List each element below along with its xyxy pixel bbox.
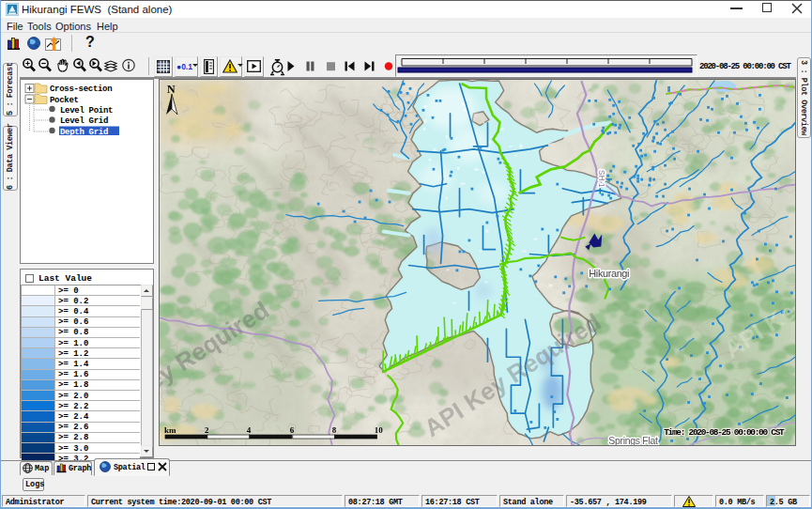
svg-text:Level Grid: Level Grid [60,116,108,126]
svg-text:Level Point: Level Point [60,106,113,116]
svg-text:km: km [164,425,176,435]
svg-text:6: 6 [290,425,295,435]
svg-text:N: N [167,83,176,96]
svg-text:Hikurangi: Hikurangi [589,268,629,279]
svg-text:Pocket: Pocket [50,96,79,105]
svg-text:Depth Grid: Depth Grid [60,128,108,137]
svg-text:SH 1: SH 1 [597,170,606,188]
svg-text:8: 8 [332,425,337,435]
svg-text:Time: 2020-08-25 00:00:00 CST: Time: 2020-08-25 00:00:00 CST [664,427,785,438]
svg-text:10: 10 [375,425,383,435]
svg-text:Cross-section: Cross-section [50,85,112,94]
svg-text:Springs Flat: Springs Flat [608,436,658,445]
svg-text:2: 2 [205,425,209,435]
svg-text:4: 4 [247,425,252,435]
